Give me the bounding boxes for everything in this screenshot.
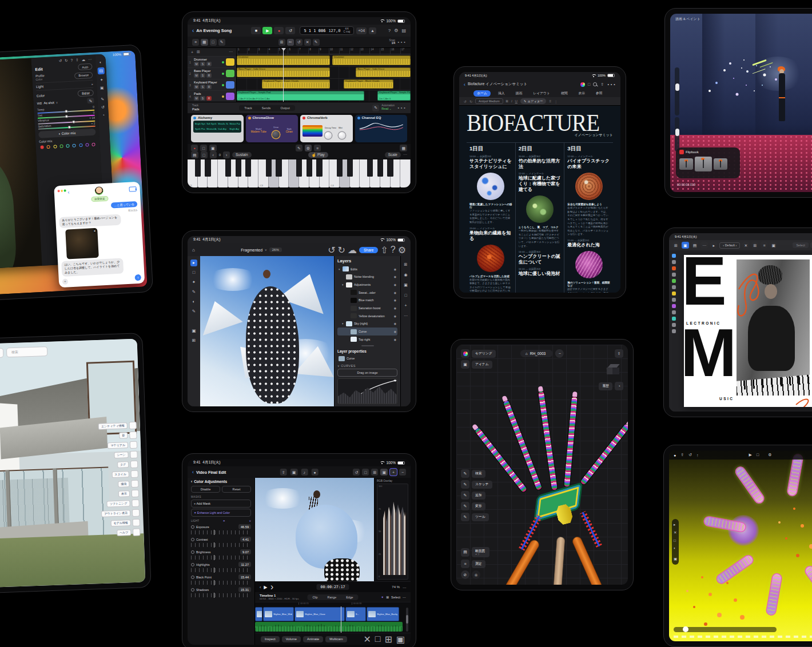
- layer-row[interactable]: Noise blending: [337, 273, 397, 281]
- overview-icon[interactable]: [386, 596, 389, 599]
- visibility-icon[interactable]: [394, 267, 396, 271]
- media-icon[interactable]: [682, 242, 689, 249]
- pencil-icon[interactable]: [296, 145, 302, 151]
- color-mix-button[interactable]: Color mix: [38, 129, 95, 138]
- visibility-icon[interactable]: [394, 291, 396, 294]
- plugin-chromaverb[interactable]: ChromaVerb Decay Time Wet: [300, 115, 353, 142]
- help-icon[interactable]: [70, 58, 73, 63]
- panel-icon[interactable]: [130, 450, 137, 458]
- edit-mode[interactable]: Edge: [341, 595, 357, 600]
- ribbon-tab[interactable]: 描画: [512, 90, 526, 97]
- color-section[interactable]: Color B&W: [36, 87, 94, 99]
- drive-knob[interactable]: [272, 131, 280, 138]
- region[interactable]: Drummer: [332, 55, 411, 65]
- visibility-icon[interactable]: [394, 338, 396, 341]
- copy-tool-icon[interactable]: [278, 39, 285, 46]
- presets-icon[interactable]: [99, 78, 103, 82]
- black-key[interactable]: [236, 159, 241, 177]
- collapse-icon[interactable]: [249, 520, 251, 522]
- material-icon[interactable]: [674, 538, 677, 542]
- browser-icon[interactable]: [192, 39, 199, 46]
- tool-icon[interactable]: [672, 279, 676, 283]
- settings-icon[interactable]: [768, 453, 771, 457]
- color-dot[interactable]: [73, 143, 76, 147]
- redo-icon[interactable]: [338, 245, 345, 255]
- canvas[interactable]: [200, 256, 334, 406]
- live-loops-icon[interactable]: [210, 39, 217, 46]
- remove-icon[interactable]: [399, 469, 406, 476]
- align-icon[interactable]: [549, 99, 551, 103]
- masking-icon[interactable]: [100, 86, 104, 90]
- share-icon[interactable]: [75, 58, 79, 62]
- panel-shortcut[interactable]: 表示: [118, 489, 139, 497]
- stop-icon[interactable]: [757, 453, 759, 457]
- footer-tab[interactable]: Track: [240, 106, 257, 110]
- share-icon[interactable]: [600, 82, 604, 87]
- panel-shortcut[interactable]: スタイル: [112, 470, 138, 478]
- brush-opacity-slider[interactable]: [675, 117, 679, 151]
- timeline-tool-button[interactable]: Volume: [282, 636, 301, 642]
- document-pill[interactable]: RH_0003: [520, 350, 553, 357]
- media-icon[interactable]: [380, 469, 388, 476]
- drag-on-image-button[interactable]: Drag on image: [337, 369, 397, 377]
- track-header[interactable]: 3 Keyboard Player MSR: [188, 79, 236, 90]
- tool-icon[interactable]: [672, 304, 676, 308]
- list-icon[interactable]: [554, 99, 558, 103]
- region[interactable]: Keyboard Player - Brown Chords: [262, 79, 330, 89]
- record-icon[interactable]: [674, 453, 676, 457]
- panel-shortcut[interactable]: モデル情報: [110, 518, 140, 527]
- more-icon[interactable]: [403, 585, 406, 589]
- timeline-tool-button[interactable]: Inspect: [261, 636, 280, 642]
- decay-knob[interactable]: [325, 132, 332, 139]
- play-surface-button[interactable]: ☝ Play: [308, 152, 328, 158]
- lasso-tool-icon[interactable]: [190, 279, 197, 286]
- panel-shortcut[interactable]: ソフトニング: [107, 499, 140, 508]
- editor-button[interactable]: エディター: [520, 98, 546, 104]
- panel-shortcut[interactable]: 環境: [118, 480, 138, 488]
- adjustment-slider[interactable]: Highlights11.27: [191, 562, 251, 572]
- panel-shortcut[interactable]: シーン: [114, 450, 138, 458]
- export-icon[interactable]: [615, 349, 623, 358]
- black-key[interactable]: [347, 159, 353, 177]
- footer-tab[interactable]: Output: [276, 106, 294, 110]
- edit-tool-icon[interactable]: [97, 67, 105, 75]
- split-keys-icon[interactable]: [201, 151, 208, 158]
- timeline-tool-button[interactable]: Animate: [303, 636, 323, 642]
- record-icon[interactable]: [311, 469, 318, 476]
- measure-button[interactable]: 測定: [472, 560, 485, 568]
- color-dot[interactable]: [85, 143, 89, 146]
- zoom-level[interactable]: 74 %: [392, 585, 400, 589]
- region[interactable]: Bass Player - Indie Disco: [356, 67, 411, 77]
- add-mask-button[interactable]: + Add Mask: [191, 500, 251, 508]
- video-clip[interactable]: [255, 607, 262, 621]
- count-in-button[interactable]: +04: [356, 27, 367, 34]
- octave-down[interactable]: [210, 151, 217, 158]
- tool-item[interactable]: 変形: [461, 502, 492, 510]
- white-key[interactable]: [400, 159, 411, 187]
- more-icon[interactable]: [403, 596, 406, 599]
- comments-icon[interactable]: [402, 281, 409, 288]
- plugin-alchemy[interactable]: Alchemy Bright SynthSoft SynthMetallic S…: [191, 115, 244, 142]
- visibility-icon[interactable]: [394, 330, 396, 333]
- robotic-hand-model[interactable]: [497, 393, 623, 564]
- layer-row[interactable]: Saturation boost: [337, 304, 397, 312]
- timeline-ruler[interactable]: 00:00:1500:00:30: [255, 602, 411, 606]
- visibility-icon[interactable]: [394, 322, 396, 325]
- panel-icon[interactable]: [132, 509, 140, 516]
- history-icon[interactable]: [102, 113, 105, 117]
- black-key[interactable]: [266, 159, 272, 177]
- panel-icon[interactable]: [130, 460, 138, 468]
- more-icon[interactable]: [403, 153, 407, 157]
- viewer[interactable]: [255, 478, 374, 581]
- redo-icon[interactable]: [65, 58, 68, 63]
- undo-icon[interactable]: [328, 245, 335, 255]
- connect-icon[interactable]: [396, 634, 405, 645]
- layer-row[interactable]: Yellow desaturation: [337, 312, 397, 320]
- items-icon[interactable]: [461, 360, 469, 369]
- video-clip[interactable]: S...: [345, 607, 366, 621]
- piano-keys[interactable]: C2C3C4: [188, 159, 411, 187]
- octave-up[interactable]: ‹: [223, 151, 230, 158]
- tool-icon[interactable]: [672, 291, 676, 295]
- split-tool-icon[interactable]: [287, 39, 294, 46]
- region[interactable]: Keyboard Player - Block Chords: [344, 79, 393, 89]
